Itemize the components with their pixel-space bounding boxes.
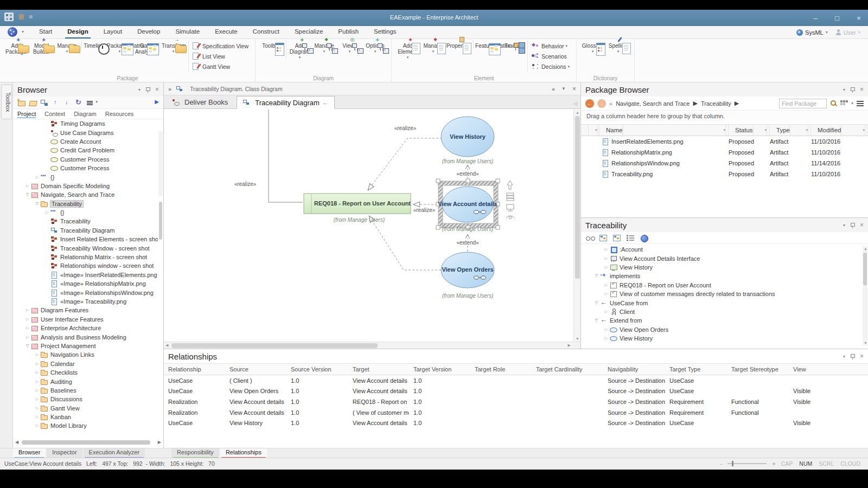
- user-caret-icon[interactable]: ▾: [858, 30, 860, 35]
- table-row[interactable]: Realization View Account details 1.0 REQ…: [164, 396, 868, 407]
- tree-item[interactable]: Calendar: [13, 359, 158, 368]
- logo-caret-icon[interactable]: ▾: [22, 29, 24, 38]
- tree-item[interactable]: Baselines: [13, 386, 158, 395]
- expander-icon[interactable]: [603, 328, 610, 332]
- tree-item[interactable]: View Open Orders: [581, 325, 861, 334]
- expander-icon[interactable]: [34, 202, 41, 206]
- breadcrumb-current[interactable]: Traceability: [701, 100, 731, 107]
- tree-item[interactable]: Insert Related Elements - screen shot: [13, 235, 158, 243]
- tree-item[interactable]: Navigate, Search and Trace: [13, 190, 158, 199]
- expander-icon[interactable]: [34, 370, 41, 375]
- layout-grid-icon[interactable]: [840, 100, 848, 107]
- tree-item[interactable]: Checklists: [13, 368, 158, 377]
- expander-icon[interactable]: [34, 380, 41, 384]
- layout-caret-icon[interactable]: ▾: [851, 101, 853, 106]
- panel-close-icon[interactable]: ×: [155, 86, 159, 93]
- scroll-right-icon[interactable]: ▶: [158, 440, 161, 445]
- ribbon-button[interactable]: Trace ▾: [499, 41, 524, 49]
- ribbon-button[interactable]: Feature/Matrix ▾: [473, 41, 499, 49]
- tree-item[interactable]: Project Management: [13, 342, 158, 350]
- browser-tab[interactable]: Context: [44, 111, 65, 117]
- tree-item[interactable]: «Image» Traceability.png: [13, 297, 158, 306]
- expander-icon[interactable]: [593, 274, 600, 278]
- panel-menu-icon[interactable]: ▾: [138, 87, 141, 92]
- column-header[interactable]: Source: [225, 366, 286, 373]
- browser-forward-icon[interactable]: ▶: [155, 99, 159, 105]
- tree-item[interactable]: Domain Specific Modeling: [13, 182, 158, 190]
- tree-item[interactable]: Timing Diagrams: [13, 119, 158, 128]
- column-header[interactable]: Target Role: [470, 366, 532, 373]
- tree-item[interactable]: Traceability Diagram: [13, 226, 158, 235]
- expander-icon[interactable]: [24, 335, 31, 339]
- ribbon-button[interactable]: Options ▾: [362, 41, 388, 53]
- column-header-modified[interactable]: Modified▾: [811, 125, 868, 136]
- browser-toolbar-icon[interactable]: [29, 99, 38, 107]
- pin-icon[interactable]: [850, 87, 855, 93]
- toolbox-tab[interactable]: Toolbox: [1, 85, 12, 119]
- ribbon-tab[interactable]: Specialize: [287, 26, 330, 38]
- ribbon-button[interactable]: Manage ▾: [420, 41, 446, 53]
- ribbon-button[interactable]: Manage ▾: [54, 41, 80, 53]
- expander-icon[interactable]: [603, 283, 610, 287]
- expander-icon[interactable]: [603, 247, 610, 252]
- dock-tab[interactable]: Relationships: [220, 448, 267, 458]
- ribbon-button[interactable]: Toolbox ▾: [259, 41, 284, 49]
- user-menu[interactable]: User: [844, 29, 856, 36]
- column-header-type[interactable]: Type▾: [770, 125, 811, 136]
- traceability-toolbar-icon[interactable]: [612, 234, 622, 242]
- tree-item[interactable]: Model Library: [13, 421, 158, 430]
- ribbon-button[interactable]: Spelling ▾: [605, 41, 631, 53]
- column-header[interactable]: Relationship: [164, 366, 225, 373]
- expander-icon[interactable]: [603, 336, 610, 341]
- ribbon-small-button[interactable]: Decisions ▾: [531, 61, 573, 72]
- diagram-canvas[interactable]: «realize» «realize» «realize» «extend»: [164, 110, 572, 342]
- traceability-scrollbar[interactable]: ▲ ▼: [863, 246, 867, 345]
- column-header[interactable]: Target Cardinality: [532, 366, 603, 373]
- table-row[interactable]: RelationshipsWindow.png Proposed Artifac…: [581, 158, 868, 169]
- expander-icon[interactable]: [34, 175, 41, 179]
- tree-item[interactable]: «Image» InsertRelatedElements.png: [13, 271, 158, 279]
- search-icon[interactable]: [830, 100, 837, 107]
- ribbon-tab[interactable]: Construct: [245, 26, 287, 38]
- ribbon-button[interactable]: Model Builder ▾: [29, 41, 54, 55]
- close-button[interactable]: ×: [855, 14, 863, 22]
- table-row[interactable]: UseCase View Open Orders 1.0 View Accoun…: [164, 386, 868, 397]
- tree-item[interactable]: Relationships window - screen shot: [13, 261, 158, 270]
- tree-item[interactable]: Gantt View: [13, 404, 158, 413]
- column-header[interactable]: Target: [348, 366, 409, 373]
- ribbon-button[interactable]: Properties ▾: [446, 41, 471, 49]
- table-row[interactable]: UseCase View History 1.0 View Account de…: [164, 418, 868, 428]
- realize-edge-orders[interactable]: [369, 216, 441, 270]
- column-header[interactable]: Target Version: [409, 366, 470, 373]
- column-header[interactable]: Source Version: [286, 366, 348, 373]
- column-header[interactable]: View: [789, 366, 868, 373]
- dock-tab[interactable]: Inspector: [47, 448, 82, 458]
- ribbon-tab[interactable]: Develop: [130, 26, 168, 38]
- expander-icon[interactable]: [43, 210, 50, 215]
- tree-item[interactable]: Analysis and Business Modeling: [13, 332, 158, 341]
- table-row[interactable]: Realization View Account details 1.0 ( V…: [164, 407, 868, 418]
- tree-item[interactable]: Traceability Window - screen shot: [13, 243, 158, 252]
- tree-item[interactable]: Customer Process: [13, 155, 158, 164]
- expander-icon[interactable]: [24, 184, 31, 188]
- tree-item[interactable]: Customer Process: [13, 164, 158, 172]
- maximize-button[interactable]: □: [833, 14, 841, 22]
- tree-item[interactable]: Client: [581, 307, 861, 316]
- expander-icon[interactable]: [603, 292, 610, 296]
- diagram-tab[interactable]: Deliver Books: [166, 95, 237, 108]
- ribbon-tab[interactable]: Execute: [207, 26, 245, 38]
- tree-item[interactable]: Auditing: [13, 377, 158, 386]
- ribbon-small-button[interactable]: Specification View ▾: [192, 41, 252, 51]
- panel-menu-icon[interactable]: ▾: [843, 223, 845, 228]
- perspective-selector[interactable]: SysML: [805, 29, 824, 36]
- diagram-close-icon[interactable]: ×: [572, 85, 576, 93]
- tree-item[interactable]: «Image» RelationshipsWindow.png: [13, 288, 158, 297]
- realization-line-client[interactable]: [269, 110, 303, 202]
- tree-item[interactable]: Create Account: [13, 137, 158, 146]
- canvas-vertical-scrollbar[interactable]: ▲ ▼: [573, 110, 580, 342]
- panel-close-icon[interactable]: ×: [860, 86, 864, 93]
- ribbon-tab[interactable]: Settings: [366, 26, 404, 38]
- expander-icon[interactable]: [24, 344, 31, 348]
- tree-item[interactable]: View of customer messages directly relat…: [581, 290, 861, 298]
- tree-item[interactable]: Navigation Links: [13, 350, 158, 359]
